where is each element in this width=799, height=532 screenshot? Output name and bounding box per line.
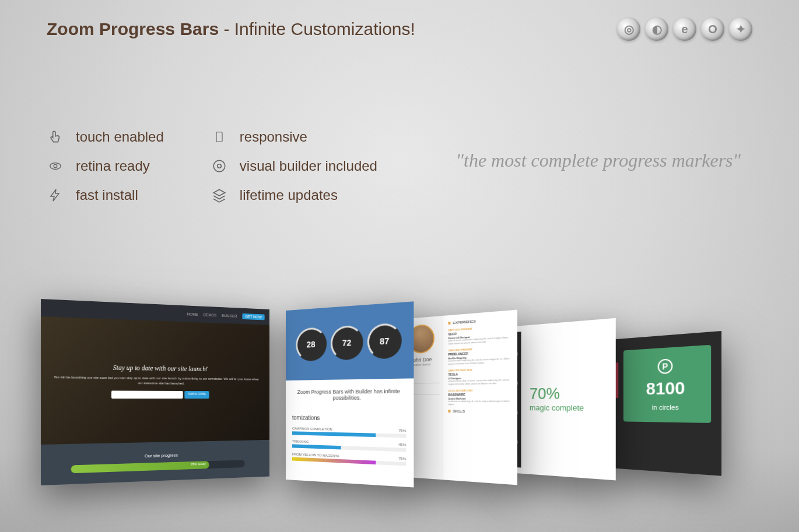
progress-bar — [71, 460, 244, 473]
hand-icon — [47, 128, 64, 146]
svg-point-4 — [218, 164, 222, 168]
marketing-quote: "the most complete progress markers" — [456, 146, 741, 175]
stat-label: in circles — [652, 404, 679, 411]
nav-builder[interactable]: BUILDER — [222, 313, 237, 318]
nav-demos[interactable]: DEMOS — [204, 312, 217, 316]
preview-card-pinterest: P 8100 in circles — [609, 331, 721, 476]
pinterest-icon: P — [658, 358, 673, 374]
circle-stat: 28 — [296, 327, 327, 361]
svg-point-1 — [54, 164, 57, 168]
circle-stat: 87 — [367, 323, 402, 360]
phone-icon — [211, 128, 228, 146]
feature-updates: lifetime updates — [211, 186, 377, 204]
preview-card-magic: 70% magic complete — [507, 318, 616, 481]
layers-icon — [211, 186, 228, 204]
email-input[interactable] — [111, 390, 183, 399]
feature-fast: fast install — [47, 186, 164, 204]
feature-responsive: responsive — [211, 128, 377, 146]
preview-card-resume: John Doe creative director 2 TES EXPERIE… — [400, 310, 517, 485]
feature-builder: visual builder included — [211, 157, 377, 175]
feature-touch: touch enabled — [47, 128, 164, 146]
circle-stat: 72 — [331, 325, 363, 360]
opera-icon: O — [701, 17, 724, 41]
get-now-button[interactable]: GET NOW — [242, 313, 265, 320]
hero-title: Stay up to date with our site launch! — [113, 364, 208, 374]
browser-icons: ◎ ◐ e O ✦ — [617, 17, 752, 41]
page-title: Zoom Progress Bars - Infinite Customizat… — [47, 19, 415, 39]
preview-card-landing: HOME DEMOS BUILDER GET NOW Stay up to da… — [41, 299, 269, 485]
svg-point-3 — [213, 160, 225, 172]
percent-label: magic complete — [530, 403, 584, 413]
progress-title: Our site progress — [145, 452, 178, 458]
stat-number: 8100 — [646, 378, 685, 399]
hero-subtitle: We will be launching our site soon but y… — [53, 375, 260, 386]
chrome-icon: ◎ — [617, 17, 640, 41]
feature-retina: retina ready — [47, 157, 164, 175]
preview-card-builder: 28 72 87 Zoom Progress Bars with Builder… — [286, 301, 413, 487]
safari-icon: ✦ — [729, 17, 752, 41]
percent-value: 70% — [530, 383, 584, 403]
svg-rect-2 — [216, 132, 222, 142]
gear-icon — [211, 157, 228, 175]
svg-point-0 — [50, 163, 61, 170]
nav-home[interactable]: HOME — [187, 312, 198, 316]
ie-icon: e — [673, 17, 696, 41]
firefox-icon: ◐ — [645, 17, 668, 41]
bolt-icon — [47, 186, 64, 204]
subscribe-button[interactable]: SUBSCRIBE — [185, 391, 209, 399]
eye-icon — [47, 157, 64, 175]
